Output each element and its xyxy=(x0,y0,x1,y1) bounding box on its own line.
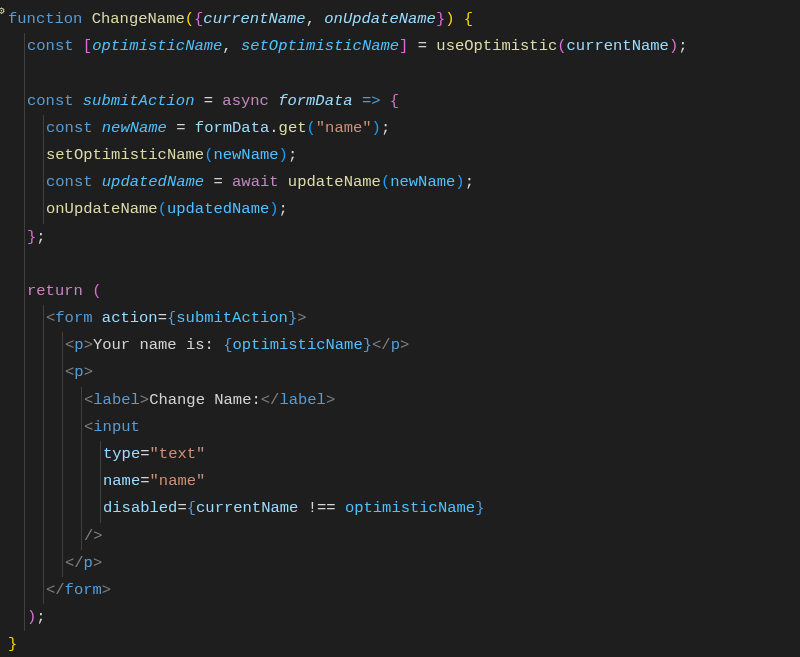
code-token: > xyxy=(84,336,93,354)
code-token: > xyxy=(140,391,149,409)
indent-guide xyxy=(43,332,44,359)
code-line-content[interactable]: function ChangeName({currentName, onUpda… xyxy=(0,6,473,33)
code-line[interactable]: const [optimisticName, setOptimisticName… xyxy=(0,33,800,60)
code-line[interactable]: } xyxy=(0,631,800,657)
code-editor[interactable]: ⚙ function ChangeName({currentName, onUp… xyxy=(0,0,800,657)
code-token: </ xyxy=(261,391,280,409)
code-line[interactable]: }; xyxy=(0,224,800,251)
code-line-content[interactable]: } xyxy=(0,631,17,657)
code-line-content[interactable]: const submitAction = async formData => { xyxy=(0,88,399,115)
code-line[interactable]: setOptimisticName(newName); xyxy=(0,142,800,169)
indent-guide xyxy=(43,359,44,386)
code-line[interactable]: <p> xyxy=(0,359,800,386)
indent-guide xyxy=(62,495,63,522)
code-line[interactable]: const updatedName = await updateName(new… xyxy=(0,169,800,196)
code-line-content[interactable]: </form> xyxy=(0,577,111,604)
code-token: ( xyxy=(92,282,101,300)
indent-guide xyxy=(43,142,44,169)
code-token: ; xyxy=(36,608,45,626)
code-line[interactable]: ); xyxy=(0,604,800,631)
code-line[interactable]: <p>Your name is: {optimisticName}</p> xyxy=(0,332,800,359)
code-token: </ xyxy=(372,336,391,354)
code-line-content[interactable]: <input xyxy=(0,414,140,441)
code-line-content[interactable]: type="text" xyxy=(0,441,205,468)
indent-guide xyxy=(24,169,25,196)
code-line[interactable]: <input xyxy=(0,414,800,441)
code-token: ( xyxy=(306,119,315,137)
code-line-content[interactable]: const newName = formData.get("name"); xyxy=(0,115,390,142)
code-line[interactable]: name="name" xyxy=(0,468,800,495)
code-line-content[interactable]: }; xyxy=(0,224,46,251)
code-line-content[interactable]: return ( xyxy=(0,278,101,305)
code-token: = xyxy=(204,173,232,191)
code-line[interactable]: /> xyxy=(0,523,800,550)
code-token: submitAction xyxy=(176,309,288,327)
code-line[interactable] xyxy=(0,251,800,278)
code-line-content[interactable]: <form action={submitAction}> xyxy=(0,305,307,332)
code-line-content[interactable]: setOptimisticName(newName); xyxy=(0,142,297,169)
code-line[interactable]: const newName = formData.get("name"); xyxy=(0,115,800,142)
code-token: { xyxy=(390,92,399,110)
indent-guide xyxy=(24,115,25,142)
code-line[interactable] xyxy=(0,60,800,87)
code-token: async xyxy=(222,92,278,110)
code-line-content[interactable]: ); xyxy=(0,604,46,631)
code-token: } xyxy=(27,228,36,246)
code-line[interactable]: <form action={submitAction}> xyxy=(0,305,800,332)
code-token: ; xyxy=(279,200,288,218)
code-token: = xyxy=(194,92,222,110)
code-line[interactable]: </form> xyxy=(0,577,800,604)
code-token: > xyxy=(297,309,306,327)
code-line-content[interactable]: const [optimisticName, setOptimisticName… xyxy=(0,33,688,60)
code-line-content[interactable]: /> xyxy=(0,523,103,550)
code-line-content[interactable]: name="name" xyxy=(0,468,205,495)
indent-guide xyxy=(62,359,63,386)
code-token: < xyxy=(65,363,74,381)
code-token: setOptimisticName xyxy=(46,146,204,164)
code-token: </ xyxy=(65,554,84,572)
code-token: !== xyxy=(298,499,345,517)
code-line-content[interactable]: <p> xyxy=(0,359,93,386)
code-token: ( xyxy=(381,173,390,191)
code-token: label xyxy=(93,391,140,409)
code-token: > xyxy=(102,581,111,599)
code-token: newName xyxy=(390,173,455,191)
code-line[interactable]: <label>Change Name:</label> xyxy=(0,387,800,414)
code-line[interactable]: </p> xyxy=(0,550,800,577)
indent-guide xyxy=(24,604,25,631)
indent-guide xyxy=(24,441,25,468)
code-token: label xyxy=(279,391,326,409)
code-token: p xyxy=(84,554,93,572)
code-token: , xyxy=(222,37,241,55)
code-line[interactable]: disabled={currentName !== optimisticName… xyxy=(0,495,800,522)
code-token: function xyxy=(8,10,92,28)
indent-guide xyxy=(24,550,25,577)
code-token: < xyxy=(46,309,55,327)
code-token: = xyxy=(167,119,195,137)
indent-guide xyxy=(24,332,25,359)
code-token: type xyxy=(103,445,140,463)
code-line-content[interactable]: </p> xyxy=(0,550,102,577)
indent-guide xyxy=(24,468,25,495)
code-line[interactable]: const submitAction = async formData => { xyxy=(0,88,800,115)
code-token: disabled xyxy=(103,499,177,517)
code-token: input xyxy=(93,418,140,436)
code-line-content[interactable]: const updatedName = await updateName(new… xyxy=(0,169,474,196)
code-line[interactable]: onUpdateName(updatedName); xyxy=(0,196,800,223)
code-token: < xyxy=(84,418,93,436)
code-line[interactable]: return ( xyxy=(0,278,800,305)
code-line[interactable]: function ChangeName({currentName, onUpda… xyxy=(0,6,800,33)
code-token: "name" xyxy=(316,119,372,137)
code-line-content[interactable]: <label>Change Name:</label> xyxy=(0,387,335,414)
indent-guide xyxy=(100,441,101,468)
indent-guide xyxy=(81,441,82,468)
code-editor-content[interactable]: function ChangeName({currentName, onUpda… xyxy=(0,6,800,657)
code-line[interactable]: type="text" xyxy=(0,441,800,468)
code-token: ; xyxy=(36,228,45,246)
code-token: newName xyxy=(213,146,278,164)
code-token: const xyxy=(27,92,83,110)
indent-guide xyxy=(81,414,82,441)
code-token: , xyxy=(306,10,325,28)
code-token: /> xyxy=(84,527,103,545)
code-line-content[interactable]: disabled={currentName !== optimisticName… xyxy=(0,495,484,522)
